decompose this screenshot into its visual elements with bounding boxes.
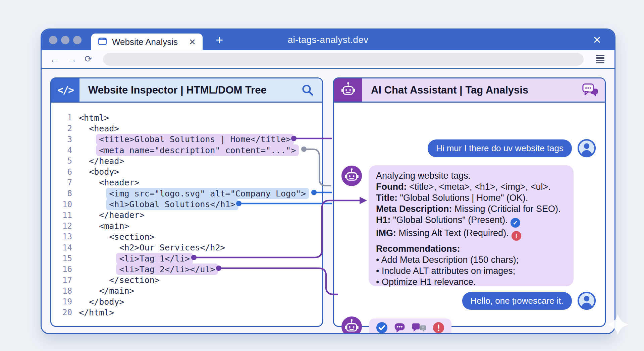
- analysis-line: • Add Meta Description (150 chars);: [376, 254, 568, 266]
- code-line[interactable]: 12 <main>: [56, 221, 322, 231]
- code-line[interactable]: 6 <body>: [56, 166, 322, 177]
- window-close-button[interactable]: ✕: [588, 30, 606, 50]
- user-avatar: [577, 139, 596, 158]
- code-line[interactable]: 1<html>: [56, 112, 322, 123]
- code-text: </header>: [99, 210, 144, 220]
- code-text: <main>: [99, 221, 129, 231]
- window-dot-icon[interactable]: [61, 36, 69, 44]
- window-dot-icon[interactable]: [49, 36, 57, 44]
- code-text: <title>Global Solutions | Home</title>: [96, 134, 294, 145]
- code-line[interactable]: 18 </main>: [56, 286, 322, 296]
- analysis-line: • Include ALT attributes on images;: [376, 266, 568, 277]
- typing-bubble-icon[interactable]: [393, 321, 406, 334]
- code-line[interactable]: 17 </section>: [56, 275, 322, 285]
- tab-close-icon[interactable]: ✕: [189, 38, 196, 46]
- hamburger-menu-icon[interactable]: [596, 55, 606, 64]
- line-number: 15: [56, 254, 72, 263]
- analysis-line: • Optimize H1 relevance.: [376, 277, 568, 288]
- code-line[interactable]: 5 </head>: [56, 156, 322, 166]
- code-line[interactable]: 13 <section>: [56, 231, 322, 242]
- alert-icon[interactable]: [432, 321, 445, 334]
- code-text: <img src="logo.svg" alt="Company Logo">: [106, 188, 309, 199]
- title-bar: Website Analysis ✕ + ai-tags-analyst.dev…: [42, 30, 614, 50]
- window-dot-icon[interactable]: [73, 36, 82, 44]
- robot-icon: [334, 78, 362, 102]
- browser-tab[interactable]: Website Analysis ✕: [91, 34, 203, 50]
- chat-bubbles-icon[interactable]: [576, 82, 605, 98]
- code-text: </body>: [89, 297, 124, 307]
- code-line[interactable]: 2 <head>: [56, 123, 322, 134]
- user-avatar: [577, 291, 596, 310]
- code-line[interactable]: 16 <li>Tag 2</li></ul>: [56, 264, 322, 275]
- line-number: 7: [56, 178, 72, 187]
- analysis-line: IMG: Missing Alt Text (Required).!: [376, 228, 568, 241]
- code-text: <li>Tag 2</li></ul>: [116, 264, 218, 275]
- search-icon[interactable]: [293, 83, 322, 97]
- reload-button[interactable]: ⟳: [85, 55, 92, 64]
- code-line[interactable]: 3 <title>Global Solutions | Home</title>: [56, 134, 322, 145]
- line-number: 6: [56, 167, 72, 177]
- line-number: 20: [56, 308, 72, 317]
- line-number: 3: [56, 135, 72, 144]
- traffic-lights: [49, 36, 82, 44]
- code-text: </head>: [89, 156, 124, 166]
- back-button[interactable]: ←: [50, 54, 60, 64]
- forward-button[interactable]: →: [67, 54, 77, 64]
- chat-title: AI Chat Assistant | Tag Analysis: [362, 84, 576, 96]
- browser-window: Website Analysis ✕ + ai-tags-analyst.dev…: [41, 28, 615, 334]
- code-text: <meta name="description" content="...">: [96, 144, 299, 156]
- analysis-line: Found: <title>, <meta>, <h1>, <img>, <ul…: [376, 181, 568, 192]
- code-line[interactable]: 11 </header>: [56, 210, 322, 221]
- code-line[interactable]: 4 <meta name="description" content="..."…: [56, 145, 322, 156]
- code-line[interactable]: 14 <h2>Our Services</h2>: [56, 242, 322, 253]
- new-tab-button[interactable]: +: [212, 30, 227, 50]
- code-line[interactable]: 19 </body>: [56, 296, 322, 307]
- line-number: 1: [56, 113, 72, 122]
- address-bar[interactable]: [103, 53, 584, 66]
- tab-title: Website Analysis: [112, 37, 184, 47]
- nav-bar: ← → ⟳: [42, 50, 614, 69]
- line-number: 16: [56, 265, 72, 274]
- line-number: 4: [56, 145, 72, 155]
- code-text: </html>: [79, 308, 114, 317]
- ai-analysis-bubble: Analyzing website tags.Found: <title>, <…: [369, 165, 574, 286]
- analysis-line: Title: "Global Solutions | Home" (OK).: [376, 192, 568, 203]
- line-number: 14: [56, 243, 72, 252]
- ai-avatar: [341, 316, 362, 334]
- desktop: { "browser": { "url": "ai-tags-analyst.d…: [0, 0, 644, 351]
- inspector-panel: </> Website Inspector | HTML/DOM Tree 1<…: [50, 77, 323, 327]
- code-line[interactable]: 20</html>: [56, 307, 322, 318]
- analysis-line: Recommendations:: [376, 243, 568, 254]
- line-number: 11: [56, 211, 72, 220]
- line-number: 18: [56, 286, 72, 296]
- code-text: <html>: [79, 113, 109, 123]
- inspector-header: </> Website Inspector | HTML/DOM Tree: [51, 78, 322, 103]
- analysis-line: Analyzing website tags.: [376, 170, 568, 181]
- status-icons-row: [369, 318, 451, 334]
- code-text: </section>: [109, 275, 160, 285]
- line-number: 5: [56, 156, 72, 166]
- user-message: Hi mur I there do uv website tags: [428, 139, 572, 157]
- chat-body: Hi mur I there do uv website tags: [334, 104, 605, 326]
- code-text: <head>: [89, 124, 119, 133]
- code-icon: </>: [51, 78, 79, 102]
- line-number: 12: [56, 221, 72, 231]
- code-lines: 1<html>2 <head>3 <title>Global Solutions…: [51, 103, 322, 318]
- code-text: <h1>Global Solutions</h1>: [106, 199, 238, 210]
- line-number: 10: [56, 200, 72, 209]
- chat-pair-alert-icon[interactable]: [412, 321, 427, 334]
- line-number: 13: [56, 232, 72, 241]
- code-text: <header>: [99, 178, 139, 187]
- code-line[interactable]: 7 <header>: [56, 177, 322, 188]
- user-message: Hello, one țıowescare it.: [462, 292, 572, 310]
- code-text: <body>: [89, 167, 119, 177]
- line-number: 19: [56, 297, 72, 306]
- code-line[interactable]: 15 <li>Tag 1</li>: [56, 253, 322, 264]
- code-line[interactable]: 8 <img src="logo.svg" alt="Company Logo"…: [56, 188, 322, 199]
- line-number: 8: [56, 189, 72, 198]
- check-icon[interactable]: [376, 321, 388, 334]
- chat-header: AI Chat Assistant | Tag Analysis: [334, 78, 605, 103]
- check-badge-icon: ✓: [511, 218, 520, 228]
- analysis-line: Meta Description: Missing (Criticial for…: [376, 203, 568, 215]
- code-line[interactable]: 10 <h1>Global Solutions</h1>: [56, 199, 322, 210]
